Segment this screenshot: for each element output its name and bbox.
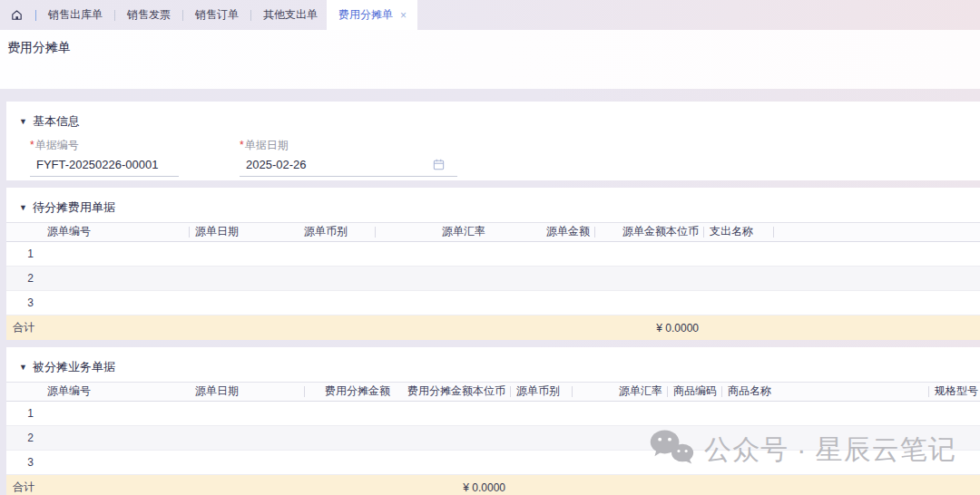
total-amount: ¥ 0.0000 [6,322,703,335]
column-header: 商品编码 [667,382,721,402]
column-header: 源单汇率 [572,382,667,402]
column-header: 源单金额本位币 [594,222,703,242]
section-title: 待分摊费用单据 [33,199,115,216]
wechat-icon [648,427,695,473]
table-row-1[interactable]: 1 [6,242,980,267]
section-header-allocated-business[interactable]: ▼ 被分摊业务单据 [19,359,980,375]
column-header: 源单编号 [41,222,189,242]
section-title: 被分摊业务单据 [33,359,115,375]
section-title: 基本信息 [33,113,80,130]
collapse-arrow-icon: ▼ [19,363,28,372]
tab-divider [182,10,183,21]
section-header-basic-info[interactable]: ▼ 基本信息 [19,113,980,130]
tabs: 销售出库单销售发票销售订单其他支出单费用分摊单× [48,0,417,30]
tab-divider [114,10,115,21]
column-header: 源单币别 [298,222,375,242]
row-number: 2 [6,426,41,450]
column-header: 源单金额 [490,222,594,242]
column-header: 源单编号 [41,382,189,402]
tab-divider [35,10,36,21]
field-label: *单据编号 [30,138,179,151]
total-label: 合计 [13,480,34,495]
field-label: *单据日期 [240,138,457,151]
collapse-arrow-icon: ▼ [19,203,28,212]
row-number: 1 [6,402,41,425]
table-row-2[interactable]: 2 [6,267,980,291]
tab-divider [250,10,251,21]
watermark: 公众号 · 星辰云笔记 [648,427,956,473]
tab-sales-outbound[interactable]: 销售出库单 [48,7,103,23]
row-number: 1 [6,242,41,266]
column-header: 规格型号 [928,382,980,402]
section-header-pending-expense[interactable]: ▼ 待分摊费用单据 [19,199,980,216]
column-header: 商品名称 [721,382,928,402]
row-number: 3 [6,451,41,474]
watermark-text: 公众号 · 星辰云笔记 [704,432,956,469]
close-tab-icon[interactable]: × [400,9,407,22]
column-header-empty [6,382,41,402]
column-header: 支出名称 [703,222,773,242]
total-label: 合计 [13,320,34,335]
column-header: 费用分摊金额 [304,382,395,402]
table-header-row: 源单编号源单日期源单币别源单汇率源单金额源单金额本位币支出名称 [6,222,980,242]
page-title: 费用分摊单 [7,40,71,56]
calendar-icon[interactable] [432,158,446,174]
pending-expense-table: 源单编号源单日期源单币别源单汇率源单金额源单金额本位币支出名称123合计¥ 0.… [6,222,980,340]
doc-date-input[interactable]: 2025-02-26 [240,156,457,177]
doc-date-field: *单据日期 2025-02-26 [240,138,457,177]
tab-expense-allocation[interactable]: 费用分摊单× [327,0,417,30]
row-number: 3 [6,291,41,315]
total-row: 合计¥ 0.0000 [6,475,980,495]
doc-number-input[interactable]: FYFT-20250226-00001 [30,156,179,177]
collapse-arrow-icon: ▼ [19,117,28,126]
table-row-3[interactable]: 3 [6,291,980,315]
column-header-empty [773,222,980,242]
row-number: 2 [6,267,41,290]
column-header: 费用分摊金额本位币 [395,382,510,402]
column-header: 源单汇率 [375,222,490,242]
tab-bar: 销售出库单销售发票销售订单其他支出单费用分摊单× [0,0,980,30]
basic-info-fields: *单据编号 FYFT-20250226-00001 *单据日期 2025-02-… [30,138,980,180]
doc-number-field: *单据编号 FYFT-20250226-00001 [30,138,179,177]
column-header: 源单日期 [189,222,298,242]
tab-other-expense[interactable]: 其他支出单 [263,7,318,23]
column-header: 源单日期 [189,382,304,402]
required-mark: * [30,139,34,151]
home-icon[interactable] [9,8,24,23]
total-row: 合计¥ 0.0000 [6,315,980,340]
basic-info-card: ▼ 基本信息 *单据编号 FYFT-20250226-00001 *单据日期 2… [6,102,980,180]
required-mark: * [240,139,244,151]
tab-sales-invoice[interactable]: 销售发票 [127,7,171,23]
table-header-row: 源单编号源单日期费用分摊金额费用分摊金额本位币源单币别源单汇率商品编码商品名称规… [6,382,980,402]
column-header-empty [6,222,41,242]
tab-sales-order[interactable]: 销售订单 [195,7,239,23]
pending-expense-card: ▼ 待分摊费用单据 源单编号源单日期源单币别源单汇率源单金额源单金额本位币支出名… [6,188,980,340]
total-amount: ¥ 0.0000 [6,481,510,494]
title-band: 费用分摊单 [0,30,980,89]
table-row-1[interactable]: 1 [6,402,980,426]
column-header: 源单币别 [510,382,572,402]
